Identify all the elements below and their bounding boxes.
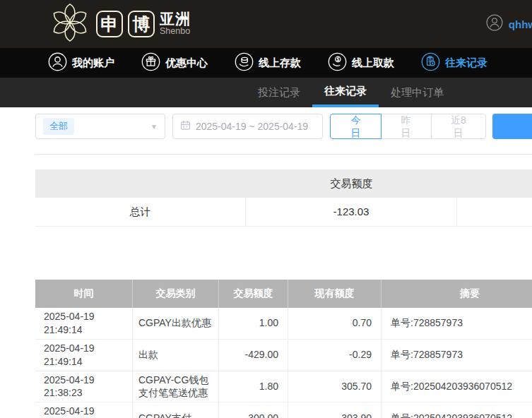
col-header-type: 交易类别: [133, 280, 219, 308]
table-row: 2025-04-19 21:49:14 CGPAY出款优惠 1.00 0.70 …: [35, 308, 532, 340]
username-link[interactable]: qhhw: [509, 18, 532, 30]
cell-time: 2025-04-19 21:49:14: [35, 340, 133, 371]
transaction-records-page: 申 博 亚洲 Shenbo qhhw: [0, 0, 532, 418]
nav-item-transactions[interactable]: 往来记录: [421, 52, 487, 73]
logo-char-shen: 申: [96, 11, 123, 37]
cell-time: 2025-04-19 21:38:23: [35, 402, 133, 418]
cell-type: 出款: [133, 340, 219, 371]
type-select[interactable]: 全部 ▼: [35, 114, 165, 139]
cell-amount: 1.00: [219, 308, 288, 339]
col-header-balance: 现有额度: [288, 280, 382, 308]
records-table: 时间 交易类别 交易额度 现有额度 摘要 2025-04-19 21:49:14…: [35, 280, 532, 418]
sub-nav: 投注记录 往来记录 处理中订单: [0, 78, 532, 107]
cell-amount: -429.00: [219, 340, 288, 371]
logo-characters: 申 博: [96, 11, 155, 37]
summary-header-row: 交易额度: [35, 169, 532, 198]
query-button[interactable]: [492, 114, 532, 139]
last-8-days-button[interactable]: 近8日: [431, 114, 486, 139]
record-tabs: 投注记录 往来记录 处理中订单: [246, 78, 456, 107]
table-row: 2025-04-19 21:38:23 CGPAY-CG钱包支付笔笔送优惠 1.…: [35, 371, 532, 403]
cell-time: 2025-04-19 21:49:14: [35, 308, 133, 339]
summary-total-row: 总计 -123.03: [35, 198, 532, 227]
summary-table: 交易额度 总计 -123.03: [35, 169, 532, 227]
records-header-row: 时间 交易类别 交易额度 现有额度 摘要: [35, 280, 532, 308]
col-header-time: 时间: [35, 280, 133, 308]
filter-row: 全部 ▼ 2025-04-19 ~ 2025-04-19 今日 昨日 近8日: [35, 114, 532, 139]
cell-summary: 单号:728857973: [382, 340, 532, 371]
cell-balance: 303.90: [288, 402, 382, 418]
today-button[interactable]: 今日: [330, 114, 381, 139]
nav-item-label: 线上存款: [259, 56, 301, 70]
cell-balance: -0.29: [288, 340, 382, 371]
calendar-icon: [180, 120, 191, 133]
avatar-icon: [486, 14, 503, 34]
cell-balance: 0.70: [288, 308, 382, 339]
summary-total-label: 总计: [35, 198, 246, 226]
withdraw-icon: [328, 52, 347, 73]
table-row: 2025-04-19 21:38:23 CGPAY支付 300.00 303.9…: [35, 402, 532, 418]
date-range-picker[interactable]: 2025-04-19 ~ 2025-04-19: [172, 114, 323, 139]
brand-logo[interactable]: 申 博 亚洲 Shenbo: [49, 2, 191, 46]
main-nav: 我的账户 优惠中心: [0, 48, 532, 78]
cell-summary: 单号:202504203936070512: [382, 402, 532, 418]
nav-item-label: 优惠中心: [165, 56, 208, 70]
type-selected-chip[interactable]: 全部: [43, 118, 74, 135]
cell-type: CGPAY支付: [133, 402, 219, 418]
tab-processing-orders[interactable]: 处理中订单: [379, 78, 456, 107]
logo-char-bo: 博: [128, 11, 155, 37]
quick-date-buttons: 今日 昨日 近8日: [330, 114, 486, 139]
nav-item-my-account[interactable]: 我的账户: [48, 52, 114, 73]
logo-wordmark: 亚洲 Shenbo: [160, 11, 191, 36]
col-header-amount: 交易额度: [219, 280, 288, 308]
section-divider: [35, 154, 532, 155]
user-icon: [48, 52, 67, 73]
cell-balance: 305.70: [288, 371, 382, 402]
cell-summary: 单号:202504203936070512: [382, 371, 532, 402]
logo-subtitle-text: Shenbo: [160, 27, 191, 36]
flower-logo-icon: [49, 2, 90, 46]
col-header-summary: 摘要: [382, 280, 532, 308]
table-row: 2025-04-19 21:49:14 出款 -429.00 -0.29 单号:…: [35, 340, 532, 371]
cell-amount: 1.80: [219, 371, 288, 402]
tab-betting-records[interactable]: 投注记录: [246, 78, 312, 107]
gift-icon: [141, 52, 160, 73]
nav-item-label: 线上取款: [352, 56, 394, 70]
nav-item-promotions[interactable]: 优惠中心: [141, 52, 208, 73]
top-bar: 申 博 亚洲 Shenbo qhhw: [0, 0, 532, 48]
date-range-value: 2025-04-19 ~ 2025-04-19: [196, 121, 308, 132]
cell-summary: 单号:728857973: [382, 308, 532, 339]
user-account-area[interactable]: qhhw: [486, 0, 532, 48]
summary-total-amount: -123.03: [246, 198, 457, 226]
summary-header-amount: 交易额度: [246, 177, 457, 191]
logo-region-text: 亚洲: [160, 11, 191, 27]
nav-item-deposit[interactable]: 线上存款: [235, 52, 301, 73]
nav-item-label: 我的账户: [72, 56, 114, 70]
yesterday-button[interactable]: 昨日: [381, 114, 432, 139]
deposit-icon: [235, 52, 254, 73]
records-icon: [421, 52, 440, 73]
cell-type: CGPAY出款优惠: [133, 308, 219, 339]
chevron-down-icon: ▼: [150, 123, 158, 131]
nav-item-withdraw[interactable]: 线上取款: [328, 52, 394, 73]
cell-time: 2025-04-19 21:38:23: [35, 371, 133, 402]
nav-item-label: 往来记录: [445, 56, 487, 70]
cell-amount: 300.00: [219, 402, 288, 418]
cell-type: CGPAY-CG钱包支付笔笔送优惠: [133, 371, 219, 402]
tab-transaction-records[interactable]: 往来记录: [312, 78, 379, 107]
